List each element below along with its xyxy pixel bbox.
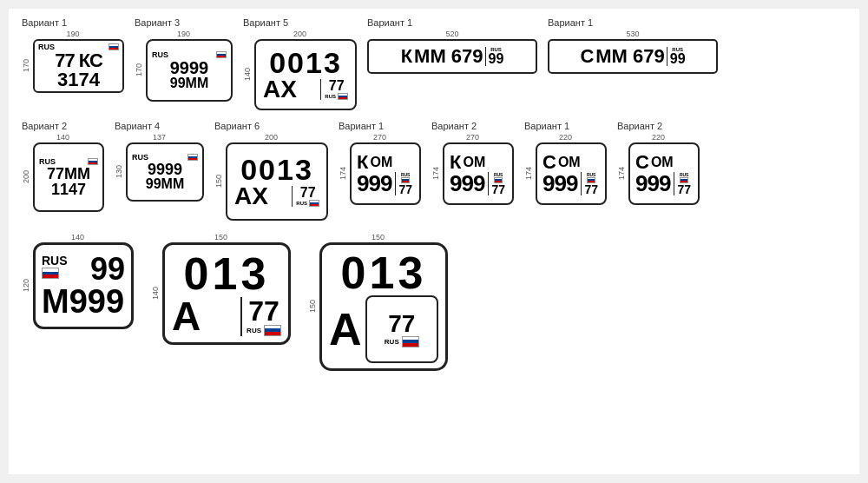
plate-moto-v1-c-nums: 999 xyxy=(542,172,577,195)
variant-2-moto-k-label: Вариант 2 xyxy=(431,121,477,131)
v1lk-width-dim: 520 xyxy=(445,30,458,38)
plate-long-c-letter: С xyxy=(580,47,594,66)
variant-1-label: Вариант 1 xyxy=(22,17,67,28)
plate-bs1-flag xyxy=(264,325,281,336)
variant-1-moto-c-block: Вариант 1 220 174 С ОМ 999 RUS xyxy=(524,121,607,205)
variant-2-moto-k-block: Вариант 2 270 174 К ОМ 999 RUS xyxy=(431,121,514,205)
plate-moto-v2-k-region-num: 77 xyxy=(491,183,505,195)
plate-bottom-sq1: 013 А 77 RUS xyxy=(162,242,291,345)
v5-vert-row: 140 0013 АХ 77 RUS xyxy=(243,39,357,110)
v2mc-vert-row: 174 С ОМ 999 RUS xyxy=(617,142,700,205)
v2mk-vert-row: 174 К ОМ 999 RUS xyxy=(431,142,514,205)
plate-v1-line2: 3174 xyxy=(57,70,100,89)
v2mc-height-dim: 174 xyxy=(617,167,626,180)
plate-v5-rus: RUS xyxy=(325,94,336,99)
plate-bottom-moto: RUS 99 M999 xyxy=(33,242,134,329)
v1mc-dim-block: 220 174 С ОМ 999 RUS xyxy=(524,133,607,205)
plate-v4-line1: 9999 xyxy=(148,162,182,177)
variant-2-label: Вариант 2 xyxy=(22,121,67,131)
plate-moto-v2-c-top: С ОМ xyxy=(635,153,693,172)
plate-long-k-region-num: 99 xyxy=(489,52,504,66)
v6-dim-block: 200 150 0013 АХ 77 RUS xyxy=(214,133,328,221)
plate-v3-line2: 99ММ xyxy=(152,76,227,90)
plate-bs2-rus-block: RUS xyxy=(385,336,419,347)
variant-6-block: Вариант 6 200 150 0013 АХ 77 RUS xyxy=(214,121,328,221)
v1mk-dim-block: 270 174 К ОМ 999 RUS xyxy=(339,133,421,205)
v3-width-dim: 190 xyxy=(177,30,190,38)
bs2-dim-block: 150 150 013 А 77 RUS xyxy=(308,233,448,371)
v2-width-dim: 140 xyxy=(56,133,69,142)
plate-moto-v1-k-bot: 999 RUS 77 xyxy=(357,172,414,195)
plate-moto-v1-c: С ОМ 999 RUS 77 xyxy=(536,142,607,205)
variant-1-moto-c-label: Вариант 1 xyxy=(524,121,569,131)
plate-bm-top: RUS 99 xyxy=(42,254,125,285)
plate-moto-v2-c-bot: 999 RUS 77 xyxy=(635,172,693,195)
plate-moto-v2-c-region: RUS 77 xyxy=(674,172,691,195)
bottom-moto-block: 140 120 RUS 99 M999 xyxy=(22,233,134,329)
v4-vert-row: 130 RUS 9999 99ММ xyxy=(115,142,204,202)
v1mk-height-dim: 174 xyxy=(339,167,347,180)
plate-bm-flag xyxy=(42,268,59,279)
plate-moto-v1-c-top: С ОМ xyxy=(542,153,600,172)
plate-bs1-bot: А 77 RUS xyxy=(172,296,281,336)
variant-5-label: Вариант 5 xyxy=(243,17,288,28)
row-3: 140 120 RUS 99 M999 xyxy=(22,233,846,371)
plate-moto-v1-k-region-num: 77 xyxy=(398,183,412,195)
variant-2-moto-c-label: Вариант 2 xyxy=(617,121,662,131)
v1mc-height-dim: 174 xyxy=(524,167,533,180)
plate-bottom-sq2: 013 А 77 RUS xyxy=(319,242,448,371)
plate-bs1-rus-block: RUS xyxy=(247,325,281,336)
plate-v6: 0013 АХ 77 RUS xyxy=(226,142,328,221)
v6-vert-row: 150 0013 АХ 77 RUS xyxy=(214,142,328,221)
v1mc-vert-row: 174 С ОМ 999 RUS xyxy=(524,142,607,205)
bm-height-dim: 120 xyxy=(22,279,30,292)
plate-v4-rus: RUS xyxy=(132,153,148,162)
plate-v6-line1: 0013 xyxy=(240,155,313,184)
plate-bs2-rus: RUS xyxy=(385,338,399,346)
v5-width-dim: 200 xyxy=(293,30,306,38)
variant-6-label: Вариант 6 xyxy=(214,121,260,131)
plate-bm-regnum: 99 xyxy=(90,254,125,285)
plate-bm-bot: M999 xyxy=(42,285,125,318)
variant-1-moto-k-label: Вариант 1 xyxy=(339,121,384,131)
variant-2-moto-c-block: Вариант 2 220 174 С ОМ 999 RUS xyxy=(617,121,700,205)
plate-v4: RUS 9999 99ММ xyxy=(126,142,204,202)
v1mc-width-dim: 220 xyxy=(559,133,572,142)
plate-bs2-letter: А xyxy=(329,295,362,363)
v2mc-dim-block: 220 174 С ОМ 999 RUS xyxy=(617,133,700,205)
v1lk-dim-block: 520 К ММ 679 RUS 99 xyxy=(367,30,537,74)
plate-moto-v1-k-letters: ОМ xyxy=(370,155,392,169)
plate-moto-v1-c-letters: ОМ xyxy=(558,155,581,169)
plate-moto-v2-c-region-num: 77 xyxy=(677,183,691,195)
plate-bs1-region: 77 RUS xyxy=(240,297,281,336)
variant-1-long-c-label: Вариант 1 xyxy=(548,17,593,28)
v1-width-dim: 190 xyxy=(66,30,79,38)
v2-height-dim: 200 xyxy=(22,170,30,183)
plate-bs1-region-num: 77 xyxy=(248,297,279,325)
bottom-sq2-block: 150 150 013 А 77 RUS xyxy=(308,233,448,371)
bs1-dim-block: 150 140 013 А 77 RUS xyxy=(151,233,291,345)
variant-1-long-c-block: Вариант 1 530 С ММ 679 RUS 99 xyxy=(548,17,718,74)
v1-dim-block: 190 170 RUS 77 КС 3174 xyxy=(22,30,124,93)
main-container: Вариант 1 190 170 RUS 77 КС 3174 xyxy=(9,9,859,474)
plate-moto-v2-c-letters: ОМ xyxy=(651,155,674,169)
v5-dim-block: 200 140 0013 АХ 77 RUS xyxy=(243,30,357,110)
plate-v3: RUS 9999 99ММ xyxy=(146,39,233,102)
plate-bm-rus: RUS xyxy=(42,254,68,268)
plate-bs2-bot: А 77 RUS xyxy=(329,295,438,363)
variant-1-moto-k-block: Вариант 1 270 174 К ОМ 999 RUS xyxy=(339,121,421,205)
plate-v5: 0013 АХ 77 RUS xyxy=(254,39,357,110)
v1lc-dim-block: 530 С ММ 679 RUS 99 xyxy=(548,30,718,74)
v2mk-height-dim: 174 xyxy=(431,167,440,180)
plate-moto-v1-k-top: К ОМ xyxy=(357,153,414,172)
plate-bs1-letter: А xyxy=(172,296,201,336)
v3-dim-block: 190 170 RUS 9999 99ММ xyxy=(135,30,233,102)
plate-v2-line1: 77ММ xyxy=(47,166,90,182)
plate-bs2-line1: 013 xyxy=(329,250,438,295)
variant-3-label: Вариант 3 xyxy=(135,17,180,28)
plate-moto-v1-c-bot: 999 RUS 77 xyxy=(542,172,600,195)
variant-1-long-k-block: Вариант 1 520 К ММ 679 RUS 99 xyxy=(367,17,537,74)
plate-moto-v1-k: К ОМ 999 RUS 77 xyxy=(350,142,421,205)
v6-width-dim: 200 xyxy=(265,133,278,142)
plate-moto-v1-c-region-num: 77 xyxy=(584,183,598,195)
